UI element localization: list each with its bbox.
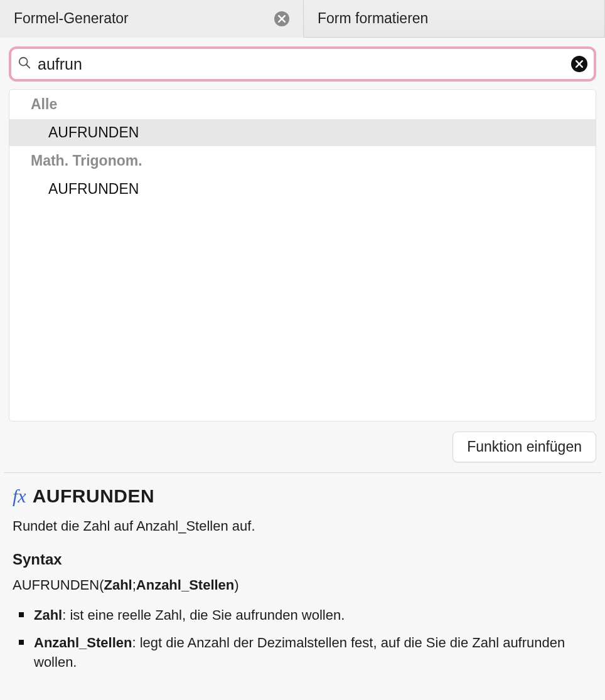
argument-item: Zahl: ist eine reelle Zahl, die Sie aufr…	[19, 606, 592, 625]
divider	[4, 472, 601, 473]
clear-search-icon[interactable]	[571, 56, 587, 72]
argument-desc: : ist eine reelle Zahl, die Sie aufrunde…	[62, 607, 345, 623]
syntax-fn: AUFRUNDEN	[13, 577, 99, 593]
tab-label: Form formatieren	[318, 10, 428, 27]
bullet-icon	[19, 640, 24, 645]
results-category-all: Alle	[9, 90, 596, 119]
close-icon[interactable]	[274, 11, 289, 26]
search-input[interactable]	[38, 55, 571, 73]
function-description: Rundet die Zahl auf Anzahl_Stellen auf.	[13, 518, 592, 534]
svg-line-1	[26, 65, 30, 68]
arguments-list: Zahl: ist eine reelle Zahl, die Sie aufr…	[13, 606, 592, 672]
result-item[interactable]: AUFRUNDEN	[9, 176, 596, 203]
results-list: Alle AUFRUNDEN Math. Trigonom. AUFRUNDEN	[9, 89, 596, 422]
bullet-icon	[19, 612, 24, 617]
search-field-wrap	[9, 46, 596, 82]
syntax-arg: Zahl	[104, 577, 132, 593]
fx-icon: fx	[13, 485, 26, 507]
button-row: Funktion einfügen	[9, 422, 596, 472]
tab-label: Formel-Generator	[14, 10, 129, 27]
syntax-line: AUFRUNDEN(Zahl;Anzahl_Stellen)	[13, 577, 592, 593]
tab-formula-generator[interactable]: Formel-Generator	[0, 0, 304, 38]
syntax-arg: Anzahl_Stellen	[136, 577, 234, 593]
result-item[interactable]: AUFRUNDEN	[9, 119, 596, 146]
tab-format-shape[interactable]: Form formatieren	[304, 0, 605, 37]
formula-panel: Alle AUFRUNDEN Math. Trigonom. AUFRUNDEN…	[0, 38, 605, 700]
insert-function-button[interactable]: Funktion einfügen	[452, 432, 596, 462]
argument-name: Zahl	[34, 607, 62, 623]
search-icon	[18, 56, 31, 72]
syntax-heading: Syntax	[13, 551, 592, 568]
help-section: fx AUFRUNDEN Rundet die Zahl auf Anzahl_…	[9, 485, 596, 700]
argument-item: Anzahl_Stellen: legt die Anzahl der Dezi…	[19, 634, 592, 672]
results-category-math: Math. Trigonom.	[9, 146, 596, 176]
tab-bar: Formel-Generator Form formatieren	[0, 0, 605, 38]
function-name: AUFRUNDEN	[33, 485, 155, 507]
function-title: fx AUFRUNDEN	[13, 485, 592, 507]
argument-name: Anzahl_Stellen	[34, 635, 132, 650]
